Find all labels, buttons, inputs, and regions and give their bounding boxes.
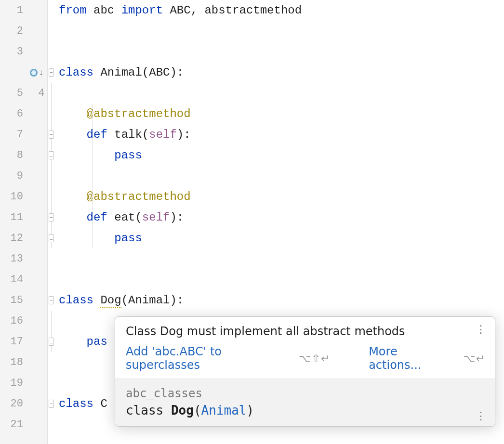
fold-gutter [48, 0, 55, 444]
code-line[interactable]: class Animal(ABC): [59, 62, 504, 83]
fold-handle[interactable] [49, 68, 54, 77]
line-number: 13 [0, 248, 47, 269]
fold-handle[interactable] [49, 213, 54, 222]
superclass-link[interactable]: Animal [201, 403, 247, 418]
code-line[interactable]: class Dog(Animal): [59, 290, 504, 311]
line-number: 3 [0, 41, 47, 62]
line-number: 6 [0, 104, 47, 124]
line-number: 11 [0, 207, 47, 228]
line-number: 9 [0, 166, 47, 186]
line-number: 16 [0, 311, 47, 331]
line-number: 21 [0, 414, 47, 435]
fold-handle[interactable] [49, 234, 54, 242]
context-filename: abc_classes [126, 387, 484, 400]
line-number: 2 [0, 21, 47, 41]
fold-handle[interactable] [49, 296, 54, 304]
fold-handle[interactable] [49, 131, 54, 139]
code-editor[interactable]: 1 2 3 4 ↓ 5 6 7 8 9 10 11 12 13 14 15 16… [0, 0, 504, 444]
inspection-warning-underline[interactable]: Dog [100, 294, 121, 308]
code-line[interactable]: pass [59, 145, 504, 166]
line-number: 15 [0, 290, 47, 311]
line-number: 4 ↓ [0, 62, 47, 83]
line-number: 7 [0, 124, 47, 145]
fold-handle[interactable] [49, 151, 54, 159]
quick-fix-add-abc[interactable]: Add 'abc.ABC' to superclasses [126, 345, 279, 372]
gutter-override-icon[interactable]: ↓ [30, 68, 43, 78]
line-number: 12 [0, 228, 47, 248]
code-line[interactable]: pass [59, 228, 504, 248]
fold-handle[interactable] [49, 338, 54, 346]
shortcut-hint: ⌥↵ [463, 353, 485, 365]
inspection-popup[interactable]: ⋮ Class Dog must implement all abstract … [115, 316, 495, 427]
line-number: 10 [0, 186, 47, 207]
shortcut-hint: ⌥⇧↵ [299, 353, 330, 365]
line-number: 18 [0, 352, 47, 373]
inspection-popup-header: ⋮ Class Dog must implement all abstract … [115, 317, 495, 379]
line-number: 17 [0, 331, 47, 352]
inspection-context: ⋮ abc_classes class Dog(Animal) [115, 379, 495, 426]
inspection-message: Class Dog must implement all abstract me… [126, 325, 485, 338]
context-declaration: class Dog(Animal) [126, 403, 484, 418]
line-number: 8 [0, 145, 47, 166]
line-number: 1 [0, 0, 47, 21]
code-line[interactable]: def eat(self): [59, 207, 504, 228]
more-options-icon[interactable]: ⋮ [476, 413, 486, 418]
line-number: 20 [0, 393, 47, 414]
line-number: 19 [0, 373, 47, 393]
code-line[interactable]: @abstractmethod [59, 186, 504, 207]
more-options-icon[interactable]: ⋮ [476, 326, 486, 332]
line-number-gutter: 1 2 3 4 ↓ 5 6 7 8 9 10 11 12 13 14 15 16… [0, 0, 48, 444]
line-number: 14 [0, 269, 47, 290]
more-actions-link[interactable]: More actions... [369, 345, 444, 372]
code-line[interactable]: from abc import ABC, abstractmethod [59, 0, 504, 21]
fold-handle[interactable] [49, 400, 54, 408]
line-number: 5 [0, 83, 47, 104]
code-line[interactable]: @abstractmethod [59, 104, 504, 124]
code-line[interactable]: def talk(self): [59, 124, 504, 145]
